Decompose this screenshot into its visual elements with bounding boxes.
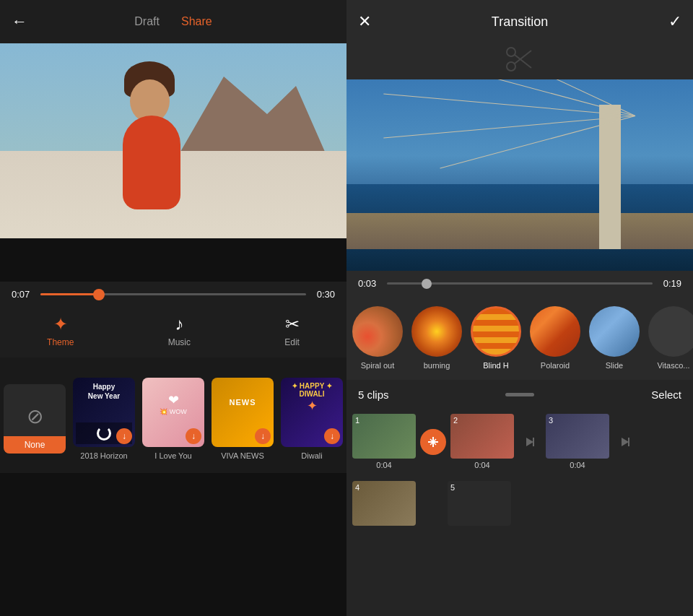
trans-vitasco-circle — [648, 306, 693, 357]
clip-3-thumb: 3 — [546, 414, 609, 459]
clip-1-number: 1 — [355, 416, 359, 425]
diwali-label: Diwali — [301, 451, 322, 460]
iloveyou-download-badge: ↓ — [186, 428, 201, 444]
clips-select-button[interactable]: Select — [651, 389, 681, 401]
clip-5-number: 5 — [450, 483, 455, 492]
clips-timeline-row2: 4 5 — [346, 477, 693, 530]
trans-polaroid[interactable]: Polaroid — [530, 306, 580, 370]
clip-2[interactable]: 2 0:04 — [450, 414, 514, 469]
scissors-area — [346, 43, 693, 79]
clip-1-thumb: 1 — [352, 414, 416, 459]
theme-vivanews[interactable]: NEWS ↓ VIVA NEWS — [208, 378, 277, 460]
theme-icon: ✦ — [53, 314, 68, 334]
back-button[interactable]: ← — [12, 12, 27, 31]
trans-burning[interactable]: burning — [411, 306, 462, 370]
bridge-road — [346, 213, 693, 249]
trans-spiral-label: Spiral out — [361, 361, 394, 370]
right-panel: ✕ Transition ✓ 0:03 — [346, 0, 693, 616]
clip-5[interactable]: 5 — [448, 481, 511, 526]
right-timeline: 0:03 0:19 — [346, 271, 693, 296]
end-time: 0:30 — [312, 289, 335, 300]
svg-marker-6 — [622, 438, 629, 446]
iloveyou-label: I Love You — [154, 451, 191, 460]
trans-blind-h[interactable]: Blind H — [471, 306, 521, 370]
left-timeline: 0:07 0:30 — [0, 282, 346, 307]
left-tools: ✦ Theme ♪ Music ✂ Edit — [0, 307, 346, 357]
person-figure — [101, 72, 217, 209]
left-panel: ← Draft Share 0:07 0:30 ✦ Theme — [0, 0, 346, 616]
left-video-preview — [0, 43, 346, 238]
left-header: ← Draft Share — [0, 0, 346, 43]
clip-3-number: 3 — [549, 416, 553, 425]
svg-point-0 — [507, 62, 515, 71]
trans-spiral-out[interactable]: Spiral out — [352, 306, 403, 370]
transition-options: Spiral out burning Blind H Polaroid Slid… — [346, 296, 693, 380]
none-label-bar: None — [4, 436, 66, 454]
timeline-progress — [40, 293, 99, 295]
diwali-download-badge: ↓ — [324, 428, 340, 444]
current-time: 0:07 — [12, 289, 35, 300]
clips-timeline-row1: 1 0:04 2 0:04 3 — [346, 409, 693, 474]
trans-burning-label: burning — [424, 361, 450, 370]
right-header: ✕ Transition ✓ — [346, 0, 693, 43]
clip-4-thumb: 4 — [352, 481, 416, 526]
theme-diwali[interactable]: ✦ HAPPY ✦ DIWALI ✦ ↓ Diwali — [277, 378, 346, 460]
timeline-track[interactable] — [40, 293, 306, 295]
edit-label: Edit — [284, 337, 300, 347]
trans-blindh-circle — [471, 306, 521, 357]
clips-drag-handle[interactable] — [505, 393, 534, 396]
trans-vitasco[interactable]: Vitasco... — [648, 306, 693, 370]
theme-iloveyou[interactable]: ❤ 💥 WOW ↓ I Love You — [139, 378, 208, 460]
music-tool[interactable]: ♪ Music — [168, 314, 191, 347]
clip-4-number: 4 — [355, 483, 359, 492]
trans-slide[interactable]: Slide — [589, 306, 640, 370]
theme-diwali-thumb: ✦ HAPPY ✦ DIWALI ✦ ↓ — [281, 378, 343, 447]
theme-strip: ⊘ None HappyNew Year ↓ 2018 Horizon ❤ 💥 … — [0, 357, 346, 473]
clip-1[interactable]: 1 0:04 — [352, 414, 416, 469]
clip-4[interactable]: 4 — [352, 481, 416, 526]
trans-polaroid-label: Polaroid — [541, 361, 570, 370]
newyear-download-badge: ↓ — [116, 428, 132, 444]
newyear-label: 2018 Horizon — [80, 451, 127, 460]
vivanews-label: VIVA NEWS — [221, 451, 264, 460]
transition-btn-1-2[interactable] — [420, 429, 446, 455]
clip-3[interactable]: 3 0:04 — [546, 414, 609, 469]
clip-2-number: 2 — [453, 416, 458, 425]
transition-skip-2-3[interactable] — [517, 429, 543, 455]
bridge-tower — [599, 105, 621, 249]
trans-slide-label: Slide — [606, 361, 623, 370]
theme-none[interactable]: ⊘ None — [0, 384, 69, 454]
trans-burning-circle — [411, 306, 462, 357]
close-button[interactable]: ✕ — [358, 12, 371, 31]
music-icon: ♪ — [175, 314, 183, 334]
clip-2-thumb: 2 — [450, 414, 514, 459]
vivanews-download-badge: ↓ — [255, 428, 271, 444]
video-scene — [0, 43, 346, 238]
right-video-preview — [346, 79, 693, 271]
bridge-scene — [346, 79, 693, 271]
black-bar — [0, 238, 346, 282]
none-label-text: None — [25, 440, 45, 450]
theme-tool[interactable]: ✦ Theme — [47, 314, 74, 347]
clip-5-thumb: 5 — [448, 481, 511, 526]
svg-marker-4 — [526, 438, 533, 446]
edit-tool[interactable]: ✂ Edit — [284, 314, 300, 347]
theme-label: Theme — [47, 337, 74, 347]
theme-newyear[interactable]: HappyNew Year ↓ 2018 Horizon — [69, 378, 139, 460]
timeline-thumb[interactable] — [93, 289, 105, 300]
transition-skip-3-4[interactable] — [612, 429, 638, 455]
theme-vivanews-thumb: NEWS ↓ — [212, 378, 274, 447]
clips-count: 5 clips — [358, 389, 389, 401]
right-end-time: 0:19 — [658, 278, 681, 289]
right-timeline-track[interactable] — [387, 282, 653, 285]
trans-blindh-label: Blind H — [483, 361, 508, 370]
share-button[interactable]: Share — [181, 15, 212, 28]
theme-iloveyou-thumb: ❤ 💥 WOW ↓ — [142, 378, 204, 447]
clips-header: 5 clips Select — [346, 380, 693, 409]
theme-newyear-thumb: HappyNew Year ↓ — [73, 378, 135, 447]
right-timeline-thumb[interactable] — [422, 279, 432, 289]
confirm-button[interactable]: ✓ — [668, 12, 681, 31]
person-body — [123, 116, 180, 209]
trans-slide-circle — [589, 306, 640, 357]
trans-spiral-circle — [352, 306, 403, 357]
